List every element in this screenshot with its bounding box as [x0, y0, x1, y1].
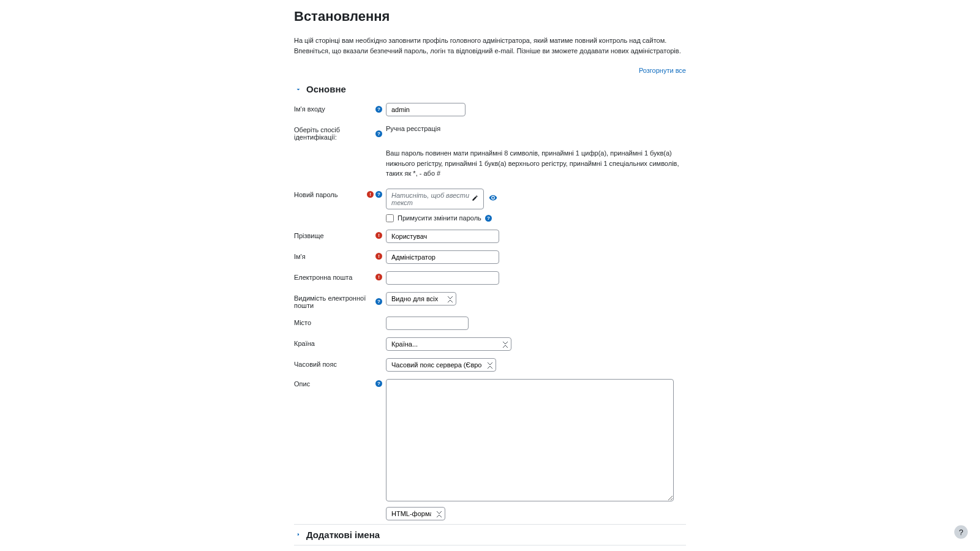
row-country: Країна Країна...: [294, 334, 686, 354]
label-lastname: Прізвище: [294, 232, 324, 239]
label-timezone: Часовий пояс: [294, 361, 337, 368]
row-lastname: Прізвище !: [294, 226, 686, 247]
help-icon[interactable]: ?: [375, 298, 382, 305]
label-force-change: Примусити змінити пароль: [398, 214, 481, 222]
lastname-input[interactable]: [386, 230, 499, 243]
description-textarea[interactable]: [386, 379, 674, 501]
email-input[interactable]: [386, 271, 499, 285]
chevron-right-icon: [294, 530, 303, 539]
required-icon: !: [375, 253, 382, 260]
auth-value: Ручна реєстрація: [386, 124, 686, 132]
force-change-checkbox[interactable]: [386, 214, 394, 222]
section-main-title: Основне: [306, 84, 346, 94]
section-extra-names-header[interactable]: Додаткові імена: [294, 524, 686, 545]
password-input[interactable]: Натисніть, щоб ввести текст: [386, 189, 484, 209]
label-email: Електронна пошта: [294, 274, 352, 281]
firstname-input[interactable]: [386, 250, 499, 264]
row-description: Опис ? HTML-формат: [294, 375, 686, 524]
row-new-password: Новий пароль ! ? Натисніть, щоб ввести т…: [294, 189, 686, 226]
pencil-icon: [472, 195, 478, 203]
username-input[interactable]: [386, 103, 466, 116]
required-icon: !: [375, 274, 382, 280]
row-timezone: Часовий пояс Часовий пояс сервера (Європ…: [294, 354, 686, 375]
intro-text: На цій сторінці вам необхідно заповнити …: [294, 36, 686, 56]
required-icon: !: [367, 191, 374, 198]
password-placeholder: Натисніть, щоб ввести текст: [391, 192, 472, 206]
help-icon[interactable]: ?: [485, 215, 492, 222]
label-new-password: Новий пароль: [294, 191, 337, 198]
password-hint: Ваш пароль повинен мати принаймні 8 симв…: [386, 148, 686, 179]
row-password-hint: Ваш пароль повинен мати принаймні 8 симв…: [294, 144, 686, 189]
row-city: Місто: [294, 313, 686, 334]
email-vis-select[interactable]: Видно для всіх: [386, 292, 456, 305]
expand-all-link[interactable]: Розгорнути все: [294, 67, 686, 74]
label-city: Місто: [294, 319, 311, 326]
label-email-vis: Видимість електронної пошти: [294, 294, 375, 309]
timezone-select[interactable]: Часовий пояс сервера (Європа/Лондон): [386, 358, 496, 372]
help-icon[interactable]: ?: [375, 106, 382, 113]
label-firstname: Ім'я: [294, 253, 306, 260]
row-username: Ім'я входу ?: [294, 99, 686, 120]
row-email-vis: Видимість електронної пошти ? Видно для …: [294, 288, 686, 313]
row-auth: Оберіть спосіб ідентифікації: ? Ручна ре…: [294, 120, 686, 144]
help-fab[interactable]: ?: [954, 525, 968, 539]
label-username: Ім'я входу: [294, 105, 325, 113]
help-icon[interactable]: ?: [375, 380, 382, 387]
country-select[interactable]: Країна...: [386, 337, 511, 351]
section-extra-names-title: Додаткові імена: [306, 530, 380, 540]
label-description: Опис: [294, 380, 310, 388]
section-main-header[interactable]: Основне: [294, 79, 686, 99]
row-firstname: Ім'я !: [294, 247, 686, 268]
eye-icon[interactable]: [489, 193, 497, 204]
required-icon: !: [375, 232, 382, 239]
chevron-down-icon: [294, 85, 303, 94]
label-country: Країна: [294, 340, 315, 347]
section-extra-header[interactable]: Додаткове: [294, 545, 686, 552]
page-title: Встановлення: [294, 9, 686, 24]
help-icon[interactable]: ?: [375, 191, 382, 198]
city-input[interactable]: [386, 317, 469, 330]
label-auth: Оберіть спосіб ідентифікації:: [294, 126, 375, 141]
help-icon[interactable]: ?: [375, 130, 382, 137]
row-email: Електронна пошта !: [294, 268, 686, 288]
format-select[interactable]: HTML-формат: [386, 507, 445, 520]
